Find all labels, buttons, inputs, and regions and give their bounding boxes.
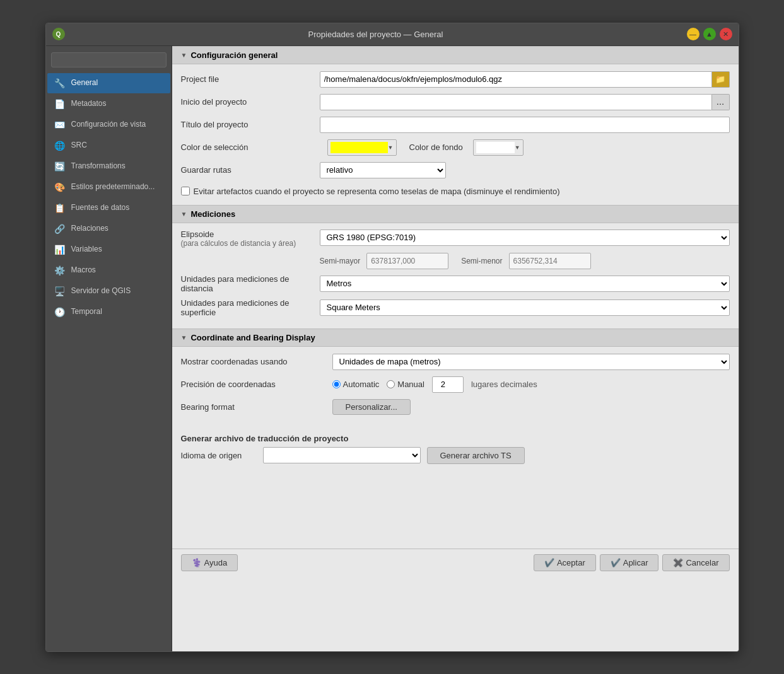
sidebar-item-macros[interactable]: ⚙️ Macros bbox=[47, 260, 170, 281]
fuentes-icon: 📋 bbox=[54, 202, 66, 214]
sidebar-item-fuentes[interactable]: 📋 Fuentes de datos bbox=[47, 198, 170, 218]
evitar-artefactos-checkbox[interactable] bbox=[181, 187, 190, 195]
cancelar-button[interactable]: ✖️ Cancelar bbox=[662, 554, 729, 571]
idioma-select[interactable] bbox=[263, 447, 421, 463]
sidebar-item-relaciones[interactable]: 🔗 Relaciones bbox=[47, 219, 170, 239]
servidor-icon: 🖥️ bbox=[54, 285, 66, 298]
project-file-input[interactable] bbox=[320, 71, 712, 88]
aceptar-button[interactable]: ✔️ Aceptar bbox=[534, 554, 596, 571]
evitar-artefactos-label: Evitar artefactos cuando el proyecto se … bbox=[194, 187, 560, 196]
sidebar-label-transformations: Transformations bbox=[71, 161, 126, 171]
mediciones-collapse-arrow: ▼ bbox=[181, 211, 187, 218]
titulo-input[interactable] bbox=[320, 117, 730, 133]
elipsoide-row: Elipsoide (para cálculos de distancia y … bbox=[181, 230, 730, 248]
general-icon: 🔧 bbox=[54, 77, 66, 90]
generar-button[interactable]: Generar archivo TS bbox=[427, 447, 525, 464]
right-panel: ▼ Configuración general Project file 📁 bbox=[172, 46, 739, 651]
color-seleccion-dropdown-arrow: ▼ bbox=[388, 144, 394, 151]
sidebar-label-estilos: Estilos predeterminado... bbox=[71, 182, 155, 192]
elipsoide-control: GRS 1980 (EPSG:7019) bbox=[320, 230, 730, 246]
unidades-distancia-select[interactable]: Metros bbox=[320, 276, 730, 292]
configuracion-general-section: ▼ Configuración general Project file 📁 bbox=[172, 46, 739, 205]
semi-mayor-input[interactable] bbox=[366, 253, 448, 269]
close-button[interactable]: ✕ bbox=[720, 28, 732, 40]
translation-body: Idioma de origen Generar archivo TS bbox=[172, 447, 739, 473]
sidebar-item-metadatos[interactable]: 📄 Metadatos bbox=[47, 94, 170, 114]
radio-manual[interactable] bbox=[387, 380, 395, 388]
bottom-bar: ⚕️ Ayuda ✔️ Aceptar ✔️ Aplicar ✖️ Cancel… bbox=[172, 549, 739, 576]
translation-title: Generar archivo de traducción de proyect… bbox=[181, 434, 349, 443]
estilos-icon: 🎨 bbox=[54, 181, 66, 194]
color-seleccion-swatch bbox=[331, 142, 388, 153]
macros-icon: ⚙️ bbox=[54, 264, 66, 277]
ayuda-button[interactable]: ⚕️ Ayuda bbox=[181, 554, 238, 571]
coordinate-header: ▼ Coordinate and Bearing Display bbox=[172, 328, 739, 347]
cancelar-icon: ✖️ bbox=[673, 558, 683, 567]
sidebar-label-src: SRC bbox=[71, 141, 87, 151]
src-icon: 🌐 bbox=[54, 139, 66, 152]
aplicar-button[interactable]: ✔️ Aplicar bbox=[600, 554, 659, 571]
precision-spinner[interactable] bbox=[432, 376, 464, 393]
project-file-browse-button[interactable]: 📁 bbox=[712, 71, 730, 88]
sidebar-item-general[interactable]: 🔧 General bbox=[47, 73, 170, 93]
relaciones-icon: 🔗 bbox=[54, 223, 66, 235]
ayuda-label: Ayuda bbox=[204, 558, 228, 567]
color-fondo-swatch bbox=[476, 142, 515, 153]
sidebar-item-estilos[interactable]: 🎨 Estilos predeterminado... bbox=[47, 177, 170, 197]
translation-header: Generar archivo de traducción de proyect… bbox=[172, 427, 739, 447]
elipsoide-label-container: Elipsoide (para cálculos de distancia y … bbox=[181, 230, 320, 248]
aceptar-icon: ✔️ bbox=[544, 558, 554, 567]
sidebar-item-variables[interactable]: 📊 Variables bbox=[47, 240, 170, 260]
color-fondo-button[interactable]: ▼ bbox=[473, 139, 524, 156]
semi-row: Semi-mayor Semi-menor bbox=[320, 253, 730, 269]
color-seleccion-button[interactable]: ▼ bbox=[327, 139, 397, 156]
sidebar-item-temporal[interactable]: 🕐 Temporal bbox=[47, 302, 170, 322]
sidebar-item-servidor[interactable]: 🖥️ Servidor de QGIS bbox=[47, 281, 170, 301]
color-seleccion-label: Color de selección bbox=[181, 142, 320, 152]
semi-menor-input[interactable] bbox=[509, 253, 591, 269]
semi-menor-label: Semi-menor bbox=[461, 257, 502, 265]
color-fondo-label: Color de fondo bbox=[409, 142, 463, 152]
radio-automatic[interactable] bbox=[332, 380, 341, 388]
bearing-label: Bearing format bbox=[181, 402, 332, 412]
precision-label: Precisión de coordenadas bbox=[181, 380, 332, 389]
color-fondo-dropdown-arrow: ▼ bbox=[515, 144, 520, 151]
sidebar-label-temporal: Temporal bbox=[71, 307, 102, 317]
window-controls: — ▲ ✕ bbox=[687, 28, 732, 40]
coordinate-section: ▼ Coordinate and Bearing Display Mostrar… bbox=[172, 328, 739, 427]
sidebar-item-src[interactable]: 🌐 SRC bbox=[47, 136, 170, 156]
color-row: Color de selección ▼ Color de fondo ▼ bbox=[181, 139, 730, 156]
unidades-distancia-label: Unidades para mediciones de distancia bbox=[181, 274, 320, 293]
unidades-superficie-select[interactable]: Square Meters bbox=[320, 299, 730, 316]
configuracion-general-title: Configuración general bbox=[190, 50, 278, 60]
main-content: 🔧 General 📄 Metadatos ✉️ Configuración d… bbox=[46, 46, 739, 651]
personalizar-button[interactable]: Personalizar... bbox=[332, 399, 411, 415]
elipsoide-sublabel: (para cálculos de distancia y área) bbox=[181, 239, 320, 248]
app-logo: Q bbox=[52, 28, 65, 40]
translation-section: Generar archivo de traducción de proyect… bbox=[172, 427, 739, 473]
radio-automatic-option[interactable]: Automatic bbox=[332, 380, 380, 389]
sidebar-label-configuracion-vista: Configuración de vista bbox=[71, 120, 146, 130]
guardar-rutas-select[interactable]: relativo absoluto bbox=[320, 162, 446, 178]
inicio-input[interactable] bbox=[320, 94, 712, 110]
project-file-row: Project file 📁 bbox=[181, 71, 730, 88]
minimize-button[interactable]: — bbox=[687, 28, 699, 40]
configuracion-general-body: Project file 📁 Inicio del proyecto … bbox=[172, 64, 739, 205]
radio-manual-option[interactable]: Manual bbox=[387, 380, 424, 389]
aplicar-icon: ✔️ bbox=[611, 558, 621, 567]
sidebar: 🔧 General 📄 Metadatos ✉️ Configuración d… bbox=[46, 46, 172, 651]
radio-automatic-label: Automatic bbox=[343, 380, 380, 389]
idioma-label: Idioma de origen bbox=[181, 451, 257, 460]
coordinate-body: Mostrar coordenadas usando Unidades de m… bbox=[172, 347, 739, 427]
mostrar-select[interactable]: Unidades de mapa (metros) bbox=[332, 354, 730, 370]
ayuda-icon: ⚕️ bbox=[192, 558, 202, 567]
maximize-button[interactable]: ▲ bbox=[703, 28, 716, 40]
project-file-control: 📁 bbox=[320, 71, 730, 88]
mediciones-title: Mediciones bbox=[190, 209, 235, 219]
titlebar: Q Propiedades del proyecto — General — ▲… bbox=[46, 23, 739, 46]
search-input[interactable] bbox=[51, 52, 167, 67]
sidebar-item-configuracion-vista[interactable]: ✉️ Configuración de vista bbox=[47, 115, 170, 135]
inicio-browse-button[interactable]: … bbox=[712, 94, 730, 110]
sidebar-item-transformations[interactable]: 🔄 Transformations bbox=[47, 156, 170, 177]
elipsoide-select[interactable]: GRS 1980 (EPSG:7019) bbox=[320, 230, 730, 246]
